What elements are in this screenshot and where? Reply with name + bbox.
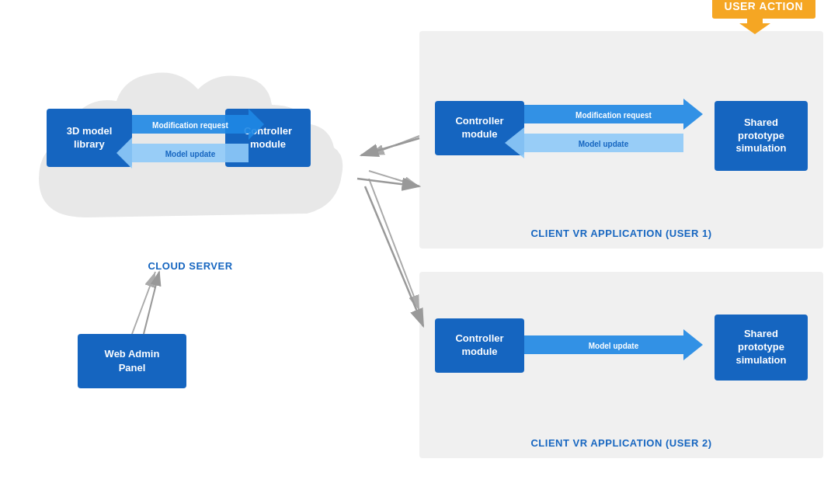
svg-line-7 xyxy=(132,272,155,334)
client-vr-section-2: Controller module Shared prototype simul… xyxy=(419,272,823,458)
svg-line-4 xyxy=(369,136,419,155)
svg-line-6 xyxy=(369,179,419,311)
svg-text:Modification request: Modification request xyxy=(152,121,228,130)
cloud-internal-arrows: Modification request Model update xyxy=(23,47,357,249)
svg-text:Model update: Model update xyxy=(589,342,639,350)
diagram-container: 3D model library Controller module Modif… xyxy=(0,0,838,504)
client1-internal-arrows: Modification request Model update xyxy=(419,31,823,249)
client2-internal-arrows: Model update xyxy=(419,272,823,458)
svg-text:Model update: Model update xyxy=(165,150,216,158)
client-vr-label-2: CLIENT VR APPLICATION (USER 2) xyxy=(530,437,711,449)
cloud-server-label: CLOUD SERVER xyxy=(148,260,232,272)
svg-text:Modification request: Modification request xyxy=(575,111,652,120)
svg-line-30 xyxy=(144,272,159,334)
client-vr-label-1: CLIENT VR APPLICATION (USER 1) xyxy=(530,228,711,239)
svg-line-27 xyxy=(361,138,419,155)
svg-line-5 xyxy=(369,171,419,186)
svg-line-29 xyxy=(365,186,423,326)
svg-text:Model update: Model update xyxy=(579,140,629,148)
cloud-server-section: 3D model library Controller module Modif… xyxy=(23,47,357,272)
client-vr-section-1: USER ACTION Controller module Shared pro… xyxy=(419,31,823,249)
svg-line-28 xyxy=(357,179,419,186)
box-web-admin: Web Admin Panel xyxy=(78,334,186,388)
